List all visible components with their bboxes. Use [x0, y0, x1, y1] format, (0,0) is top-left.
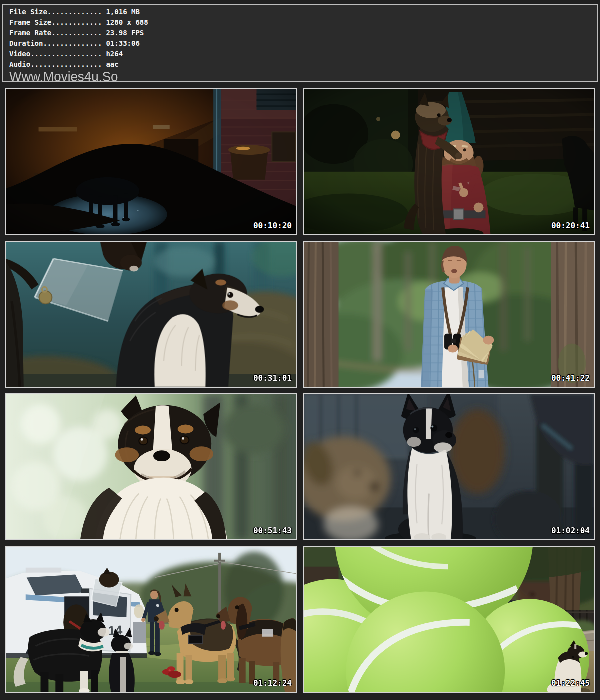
screenshot-thumbnail-6: 01:02:04 — [303, 394, 595, 540]
media-info-row: Audio.................aac — [10, 60, 597, 70]
media-info-sheet: { "colors": { "page_bg": "#202020", "pan… — [0, 0, 600, 700]
screenshot-thumbnail-2: 00:20:41 — [303, 88, 595, 236]
screenshot-thumbnail-4: 00:41:22 — [303, 241, 595, 388]
media-info-panel: File Size.............1,016 MB Frame Siz… — [2, 4, 598, 82]
site-watermark: Www.Movies4u.So — [10, 71, 574, 82]
scene-gnome-illustration — [304, 90, 594, 234]
media-info-row: Frame Rate............23.98 FPS — [10, 28, 597, 38]
timestamp-overlay: 01:12:24 — [254, 678, 292, 688]
screenshot-thumbnail-1: 00:10:20 — [5, 88, 297, 236]
timestamp-overlay: 00:41:22 — [552, 374, 590, 383]
timestamp-overlay: 00:51:43 — [254, 526, 292, 536]
info-label: Video................. — [10, 50, 102, 58]
info-value: h264 — [106, 50, 123, 58]
info-label: Frame Size............ — [10, 18, 102, 26]
screenshot-grid: 00:10:20 — [5, 88, 595, 693]
info-label: File Size............. — [10, 8, 102, 16]
info-label: Audio................. — [10, 60, 102, 68]
timestamp-overlay: 00:20:41 — [552, 221, 590, 230]
media-info-row: Frame Size............1280 x 688 — [10, 18, 597, 28]
scene-van-dogs-illustration: 14 — [6, 547, 296, 692]
scene-forest-man-illustration — [304, 242, 594, 387]
info-value: 1280 x 688 — [106, 18, 148, 26]
screenshot-thumbnail-3: 00:31:01 — [5, 241, 297, 388]
info-label: Duration.............. — [10, 40, 102, 48]
info-value: 01:33:06 — [106, 40, 140, 48]
scene-tennis-balls-illustration — [304, 547, 594, 692]
info-value: 23.98 FPS — [106, 29, 144, 37]
info-value: 1,016 MB — [106, 8, 140, 16]
info-value: aac — [106, 60, 118, 68]
scene-boston-terrier-illustration — [304, 394, 594, 540]
scene-dog-closeup-illustration — [6, 394, 296, 540]
media-info-row: File Size.............1,016 MB — [10, 7, 597, 18]
screenshot-thumbnail-5: 00:51:43 — [5, 394, 297, 540]
media-info-row: Duration..............01:33:06 — [10, 38, 597, 49]
timestamp-overlay: 00:31:01 — [254, 374, 292, 383]
info-label: Frame Rate............ — [10, 29, 102, 37]
timestamp-overlay: 01:02:04 — [552, 526, 590, 536]
timestamp-overlay: 01:22:45 — [552, 678, 590, 688]
scene-night-alley-illustration — [6, 90, 296, 234]
scene-barn-dog-illustration — [6, 242, 296, 387]
screenshot-thumbnail-7: 14 — [5, 546, 297, 693]
screenshot-thumbnail-8: 01:22:45 — [303, 546, 595, 693]
timestamp-overlay: 00:10:20 — [254, 221, 292, 230]
media-info-row: Video.................h264 — [10, 49, 597, 60]
